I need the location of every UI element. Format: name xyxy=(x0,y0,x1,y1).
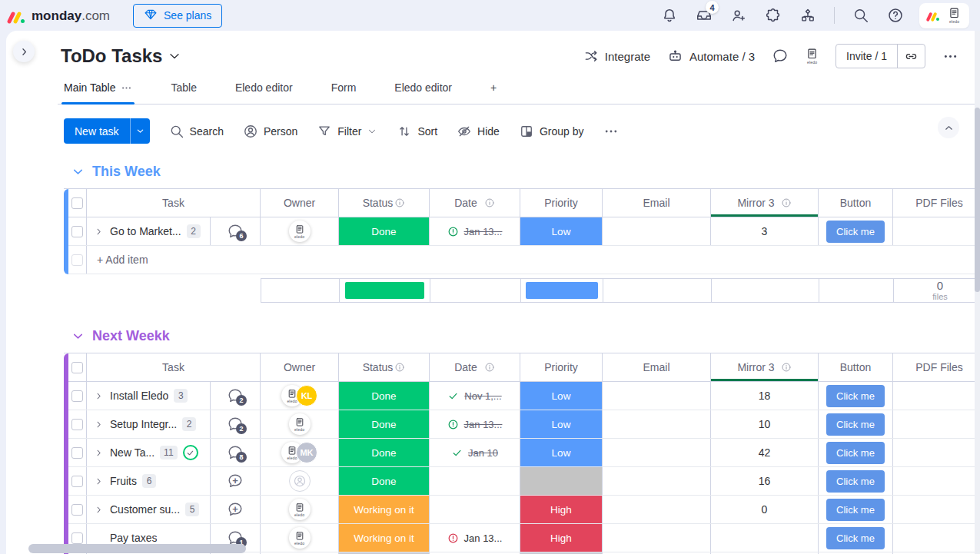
date-cell[interactable]: Jan 10 xyxy=(430,439,520,466)
status-cell[interactable]: Done xyxy=(339,467,430,495)
eledo-app-button[interactable]: eledo xyxy=(806,48,819,65)
row-checkbox[interactable] xyxy=(71,532,83,544)
date-cell[interactable]: Jan 13... xyxy=(430,524,520,552)
tab-table[interactable]: Table xyxy=(168,80,198,104)
chat-bubble-icon[interactable]: + xyxy=(227,501,244,518)
click-me-button[interactable]: Click me xyxy=(826,527,885,549)
mirror-cell[interactable]: 42 xyxy=(711,439,819,466)
click-me-button[interactable]: Click me xyxy=(826,385,885,407)
column-header-priority[interactable]: Priority xyxy=(520,189,603,217)
row-checkbox[interactable] xyxy=(71,362,83,373)
owner-cell[interactable]: eledo xyxy=(261,524,339,552)
status-cell[interactable]: Done xyxy=(339,410,430,438)
new-task-button[interactable]: New task xyxy=(64,118,130,144)
help-icon[interactable] xyxy=(887,7,904,24)
column-header-task[interactable]: Task xyxy=(87,353,261,381)
pdf-cell[interactable] xyxy=(893,382,980,410)
conversation-cell[interactable]: + xyxy=(211,467,261,495)
vertical-scrollbar-thumb[interactable] xyxy=(975,108,980,292)
priority-cell[interactable]: Low xyxy=(520,439,603,466)
column-header-task[interactable]: Task xyxy=(87,189,261,217)
invite-button[interactable]: Invite / 1 xyxy=(836,45,897,68)
toolbar-group-by[interactable]: Group by xyxy=(519,124,584,139)
email-cell[interactable] xyxy=(603,439,711,466)
search-icon[interactable] xyxy=(852,7,869,24)
date-cell[interactable]: Jan 13... xyxy=(430,410,520,438)
email-cell[interactable] xyxy=(603,496,711,523)
tab-main-table[interactable]: Main Table xyxy=(61,80,135,104)
task-name[interactable]: Go to Market... xyxy=(110,225,181,237)
click-me-button[interactable]: Click me xyxy=(826,470,885,493)
owner-cell[interactable] xyxy=(261,467,339,495)
expand-arrow-icon[interactable] xyxy=(94,448,105,458)
bell-icon[interactable] xyxy=(661,7,678,24)
mirror-cell[interactable]: 18 xyxy=(711,382,819,410)
integrate-button[interactable]: Integrate xyxy=(583,48,650,64)
priority-cell[interactable]: Low xyxy=(520,217,603,245)
column-header-owner[interactable]: Owner xyxy=(261,189,339,217)
email-cell[interactable] xyxy=(603,382,711,410)
column-header-button[interactable]: Button xyxy=(819,189,893,217)
column-header-date[interactable]: Date xyxy=(430,353,520,381)
chat-bubble-icon[interactable]: 8 xyxy=(227,444,244,461)
status-cell[interactable]: Done xyxy=(339,382,430,410)
tab-options-icon[interactable] xyxy=(121,82,132,94)
pdf-cell[interactable] xyxy=(893,467,980,495)
priority-cell[interactable] xyxy=(520,467,603,495)
expand-arrow-icon[interactable] xyxy=(94,476,105,486)
column-header-mirror[interactable]: Mirror 3 xyxy=(711,353,819,381)
owner-cell[interactable]: eledo xyxy=(261,410,339,438)
row-checkbox[interactable] xyxy=(71,390,83,402)
board-chat-button[interactable] xyxy=(772,48,789,65)
toolbar-more-button[interactable] xyxy=(603,124,619,139)
row-checkbox[interactable] xyxy=(71,447,83,459)
tab-eledo-editor[interactable]: Eledo editor xyxy=(392,80,454,104)
task-cell[interactable]: Setup Integr...2 xyxy=(87,410,211,438)
mirror-cell[interactable]: 10 xyxy=(711,410,819,438)
email-cell[interactable] xyxy=(603,217,711,245)
row-checkbox[interactable] xyxy=(71,419,83,430)
automate-button[interactable]: Automate / 3 xyxy=(667,48,755,65)
toolbar-search[interactable]: Search xyxy=(169,124,224,139)
tab-eledo-editor[interactable]: Eledo editor xyxy=(233,80,295,104)
row-checkbox[interactable] xyxy=(71,476,83,487)
chat-bubble-icon[interactable]: 2 xyxy=(227,387,244,404)
pdf-cell[interactable] xyxy=(893,439,980,466)
click-me-button[interactable]: Click me xyxy=(826,499,885,521)
copy-link-icon[interactable] xyxy=(897,45,925,68)
conversation-cell[interactable]: 2 xyxy=(211,410,261,438)
column-header-status[interactable]: Status xyxy=(339,189,430,217)
date-cell[interactable] xyxy=(430,496,520,523)
see-plans-button[interactable]: See plans xyxy=(133,4,222,28)
email-cell[interactable] xyxy=(603,410,711,438)
date-cell[interactable]: Nov 1,... xyxy=(430,382,520,410)
row-checkbox[interactable] xyxy=(71,254,83,266)
email-cell[interactable] xyxy=(603,524,711,552)
pdf-cell[interactable] xyxy=(893,410,980,438)
expand-arrow-icon[interactable] xyxy=(94,227,105,237)
pdf-cell[interactable] xyxy=(893,217,980,245)
task-name[interactable]: Pay taxes xyxy=(110,532,157,544)
task-name[interactable]: New Ta... xyxy=(110,446,154,459)
task-name[interactable]: Install Eledo xyxy=(110,390,168,402)
expand-arrow-icon[interactable] xyxy=(94,391,105,401)
task-name[interactable]: Customer su... xyxy=(110,503,180,516)
task-cell[interactable]: Go to Market...2 xyxy=(87,217,211,245)
toolbar-filter[interactable]: Filter xyxy=(317,124,377,139)
email-cell[interactable] xyxy=(603,467,711,495)
conversation-cell[interactable]: + xyxy=(211,496,261,523)
account-products-pill[interactable]: eledo xyxy=(919,3,969,28)
task-name[interactable]: Setup Integr... xyxy=(110,418,177,430)
priority-cell[interactable]: High xyxy=(520,524,603,552)
task-cell[interactable]: Fruits6 xyxy=(87,467,211,495)
priority-cell[interactable]: Low xyxy=(520,410,603,438)
apps-icon[interactable] xyxy=(765,7,782,24)
inbox-icon[interactable]: 4 xyxy=(696,7,713,24)
row-checkbox[interactable] xyxy=(71,504,83,516)
group-title[interactable]: This Week xyxy=(92,164,161,180)
task-cell[interactable]: Install Eledo3 xyxy=(87,382,211,410)
toolbar-person[interactable]: Person xyxy=(243,124,297,139)
click-me-button[interactable]: Click me xyxy=(826,413,885,436)
mirror-cell[interactable]: 3 xyxy=(711,217,819,245)
task-name[interactable]: Fruits xyxy=(110,475,137,487)
